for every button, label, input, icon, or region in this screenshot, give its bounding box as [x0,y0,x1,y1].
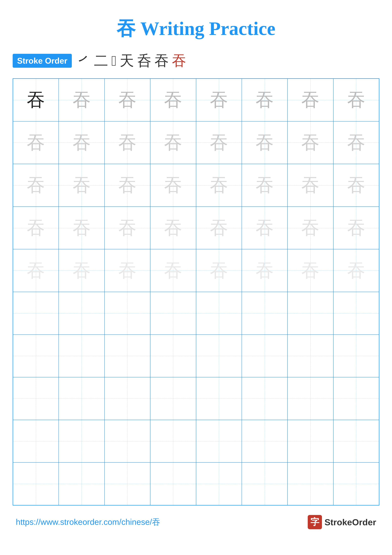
grid-cell[interactable]: 吞 [105,207,150,249]
grid-cell-empty[interactable] [196,462,242,505]
grid-cell[interactable]: 吞 [150,121,196,164]
grid-cell-empty[interactable] [196,377,242,420]
grid-cell[interactable]: 吞 [13,207,59,249]
grid-cell-empty[interactable] [287,462,333,505]
grid-cell-empty[interactable] [287,377,333,420]
grid-cell[interactable]: 吞 [196,249,242,292]
grid-cell[interactable]: 吞 [13,79,59,121]
grid-cell-empty[interactable] [287,420,333,463]
grid-cell[interactable]: 吞 [13,121,59,164]
grid-cell[interactable]: 吞 [59,164,104,207]
grid-cell-empty[interactable] [59,462,104,505]
grid-cell-empty[interactable] [59,335,104,377]
grid-cell-empty[interactable] [105,377,150,420]
grid-cell-empty[interactable] [333,377,379,420]
grid-cell-empty[interactable] [333,420,379,463]
grid-cell-empty[interactable] [287,335,333,377]
grid-cell[interactable]: 吞 [333,249,379,292]
grid-cell[interactable]: 吞 [105,164,150,207]
practice-char: 吞 [256,219,274,237]
grid-cell[interactable]: 吞 [287,121,333,164]
stroke-7: 吞 [172,51,186,70]
practice-char: 吞 [118,176,136,194]
practice-char: 吞 [27,176,45,194]
stroke-2: 二 [94,51,108,70]
grid-cell-empty[interactable] [13,335,59,377]
grid-cell[interactable]: 吞 [333,79,379,121]
grid-cell-empty[interactable] [59,420,104,463]
grid-cell[interactable]: 吞 [105,249,150,292]
grid-cell[interactable]: 吞 [242,249,287,292]
grid-cell-empty[interactable] [333,462,379,505]
grid-cell[interactable]: 吞 [242,79,287,121]
grid-cell-empty[interactable] [242,292,287,335]
stroke-5: 呑 [137,51,151,70]
practice-char: 吞 [301,91,319,109]
practice-char: 吞 [256,91,274,109]
page-title: 吞 Writing Practice [13,16,379,42]
grid-cell-empty[interactable] [13,292,59,335]
grid-cell-empty[interactable] [59,292,104,335]
grid-cell-empty[interactable] [287,292,333,335]
practice-char: 吞 [347,219,365,237]
grid-cell[interactable]: 吞 [287,164,333,207]
grid-cell[interactable]: 吞 [242,121,287,164]
practice-char: 吞 [73,262,91,280]
grid-cell-empty[interactable] [13,462,59,505]
grid-cell-empty[interactable] [105,335,150,377]
grid-cell[interactable]: 吞 [333,164,379,207]
grid-cell[interactable]: 吞 [333,207,379,249]
practice-char: 吞 [256,176,274,194]
grid-cell[interactable]: 吞 [333,121,379,164]
grid-cell-empty[interactable] [150,377,196,420]
practice-char: 吞 [210,91,228,109]
footer-url: https://www.strokeorder.com/chinese/吞 [16,517,160,528]
grid-cell[interactable]: 吞 [105,121,150,164]
grid-cell-empty[interactable] [242,420,287,463]
grid-cell-empty[interactable] [150,420,196,463]
grid-cell[interactable]: 吞 [150,249,196,292]
stroke-6: 吞 [155,51,169,70]
grid-cell-empty[interactable] [13,377,59,420]
grid-cell[interactable]: 吞 [287,79,333,121]
grid-cell[interactable]: 吞 [196,164,242,207]
grid-cell-empty[interactable] [13,420,59,463]
grid-cell[interactable]: 吞 [242,207,287,249]
grid-cell-empty[interactable] [150,335,196,377]
grid-cell-empty[interactable] [333,292,379,335]
grid-cell-empty[interactable] [242,377,287,420]
grid-cell-empty[interactable] [333,335,379,377]
grid-cell-empty[interactable] [105,292,150,335]
grid-cell[interactable]: 吞 [105,79,150,121]
practice-char: 吞 [347,262,365,280]
grid-cell[interactable]: 吞 [13,249,59,292]
grid-cell-empty[interactable] [150,292,196,335]
grid-cell[interactable]: 吞 [287,249,333,292]
grid-cell[interactable]: 吞 [59,249,104,292]
grid-cell[interactable]: 吞 [59,207,104,249]
grid-cell-empty[interactable] [196,292,242,335]
stroke-order-row: Stroke Order ㇒ 二 𠃌 天 呑 吞 吞 [13,51,379,70]
grid-cell-empty[interactable] [242,462,287,505]
grid-cell-empty[interactable] [105,420,150,463]
grid-cell[interactable]: 吞 [196,79,242,121]
grid-cell-empty[interactable] [196,335,242,377]
grid-cell[interactable]: 吞 [59,79,104,121]
grid-cell[interactable]: 吞 [242,164,287,207]
footer-logo-text: StrokeOrder [324,517,376,527]
grid-cell[interactable]: 吞 [196,121,242,164]
grid-cell-empty[interactable] [242,335,287,377]
grid-cell-empty[interactable] [150,462,196,505]
grid-cell[interactable]: 吞 [287,207,333,249]
practice-char: 吞 [347,91,365,109]
grid-cell[interactable]: 吞 [13,164,59,207]
grid-cell-empty[interactable] [59,377,104,420]
grid-cell[interactable]: 吞 [196,207,242,249]
grid-cell[interactable]: 吞 [150,207,196,249]
grid-cell-empty[interactable] [196,420,242,463]
grid-cell[interactable]: 吞 [150,79,196,121]
grid-cell[interactable]: 吞 [150,164,196,207]
stroke-order-chars: ㇒ 二 𠃌 天 呑 吞 吞 [77,51,186,70]
grid-cell-empty[interactable] [105,462,150,505]
grid-cell[interactable]: 吞 [59,121,104,164]
